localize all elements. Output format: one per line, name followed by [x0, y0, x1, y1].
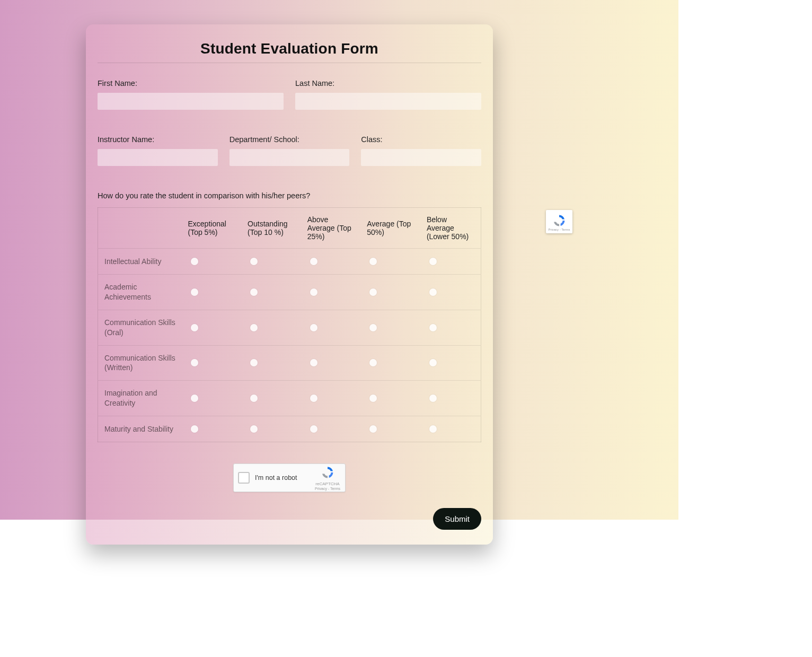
rating-radio[interactable]	[191, 288, 198, 296]
class-label: Class:	[361, 135, 481, 144]
rating-radio[interactable]	[369, 359, 377, 366]
matrix-row: Imagination and Creativity	[98, 381, 481, 416]
matrix-header-row: Exceptional (Top 5%) Outstanding (Top 10…	[98, 208, 481, 249]
matrix-row: Academic Achievements	[98, 275, 481, 310]
class-input[interactable]	[361, 149, 481, 166]
rating-radio[interactable]	[191, 324, 198, 331]
rating-radio[interactable]	[429, 288, 437, 296]
matrix-cell	[302, 381, 362, 416]
matrix-cell	[183, 416, 243, 442]
rating-radio[interactable]	[429, 359, 437, 366]
recaptcha-label: I'm not a robot	[255, 474, 314, 481]
matrix-row: Intellectual Ability	[98, 249, 481, 275]
matrix-cell	[302, 249, 362, 275]
rating-radio[interactable]	[310, 258, 317, 265]
form-card: Student Evaluation Form First Name: Last…	[86, 24, 493, 545]
matrix-cell	[242, 345, 302, 381]
matrix-cell	[242, 310, 302, 345]
row-label: Imagination and Creativity	[98, 381, 183, 416]
instructor-field: Instructor Name:	[98, 135, 218, 166]
recaptcha-icon	[321, 466, 334, 479]
col-header: Below Average (Lower 50%)	[421, 208, 481, 249]
row-label: Maturity and Stability	[98, 416, 183, 442]
instructor-input[interactable]	[98, 149, 218, 166]
rating-radio[interactable]	[310, 425, 317, 433]
col-header: Exceptional (Top 5%)	[183, 208, 243, 249]
rating-radio[interactable]	[191, 359, 198, 366]
rating-radio[interactable]	[250, 395, 258, 402]
rating-radio[interactable]	[369, 324, 377, 331]
matrix-cell	[421, 345, 481, 381]
matrix-cell	[183, 310, 243, 345]
recaptcha-links: Privacy - Terms	[314, 487, 341, 490]
matrix-cell	[421, 275, 481, 310]
recaptcha-checkbox[interactable]	[238, 472, 250, 484]
matrix-cell	[361, 345, 421, 381]
department-label: Department/ School:	[230, 135, 350, 144]
department-field: Department/ School:	[230, 135, 350, 166]
row-label: Intellectual Ability	[98, 249, 183, 275]
last-name-label: Last Name:	[295, 79, 481, 87]
rating-radio[interactable]	[250, 359, 258, 366]
instructor-row: Instructor Name: Department/ School: Cla…	[98, 135, 481, 166]
last-name-field: Last Name:	[295, 79, 481, 110]
submit-row: Submit	[98, 508, 481, 530]
matrix-cell	[361, 249, 421, 275]
matrix-cell	[302, 416, 362, 442]
rating-radio[interactable]	[369, 425, 377, 433]
submit-button[interactable]: Submit	[433, 508, 481, 530]
rating-radio[interactable]	[369, 258, 377, 265]
matrix-row: Communication Skills (Written)	[98, 345, 481, 381]
matrix-cell	[361, 381, 421, 416]
department-input[interactable]	[230, 149, 350, 166]
matrix-cell	[242, 416, 302, 442]
rating-radio[interactable]	[310, 288, 317, 296]
rating-radio[interactable]	[310, 359, 317, 366]
rating-radio[interactable]	[369, 288, 377, 296]
rating-radio[interactable]	[191, 425, 198, 433]
col-header: Above Average (Top 25%)	[302, 208, 362, 249]
recaptcha-wrap: I'm not a robot reCAPTCHA Privacy - Term…	[98, 463, 481, 492]
col-header: Outstanding (Top 10 %)	[242, 208, 302, 249]
row-label: Communication Skills (Written)	[98, 345, 183, 381]
rating-radio[interactable]	[191, 395, 198, 402]
recaptcha-icon	[552, 214, 566, 227]
rating-radio[interactable]	[429, 258, 437, 265]
first-name-input[interactable]	[98, 93, 284, 110]
recaptcha-widget[interactable]: I'm not a robot reCAPTCHA Privacy - Term…	[233, 463, 346, 492]
matrix-row: Maturity and Stability	[98, 416, 481, 442]
matrix-cell	[242, 381, 302, 416]
rating-radio[interactable]	[250, 324, 258, 331]
instructor-label: Instructor Name:	[98, 135, 218, 144]
matrix-cell	[183, 345, 243, 381]
matrix-cell	[361, 416, 421, 442]
matrix-cell	[361, 310, 421, 345]
rating-radio[interactable]	[250, 258, 258, 265]
rating-radio[interactable]	[429, 395, 437, 402]
matrix-cell	[421, 310, 481, 345]
matrix-cell	[302, 275, 362, 310]
rating-radio[interactable]	[429, 324, 437, 331]
matrix-cell	[421, 416, 481, 442]
recaptcha-badge-links: Privacy - Terms	[548, 228, 570, 231]
last-name-input[interactable]	[295, 93, 481, 110]
matrix-cell	[302, 345, 362, 381]
rating-radio[interactable]	[369, 395, 377, 402]
rating-radio[interactable]	[250, 288, 258, 296]
recaptcha-badge[interactable]: Privacy - Terms	[546, 210, 572, 233]
title-rule	[98, 63, 481, 63]
rating-radio[interactable]	[310, 395, 317, 402]
name-row: First Name: Last Name:	[98, 79, 481, 110]
recaptcha-branding: reCAPTCHA Privacy - Terms	[314, 466, 341, 490]
first-name-field: First Name:	[98, 79, 284, 110]
matrix-corner	[98, 208, 183, 249]
rating-matrix: Exceptional (Top 5%) Outstanding (Top 10…	[98, 207, 481, 442]
class-field: Class:	[361, 135, 481, 166]
matrix-cell	[302, 310, 362, 345]
rating-radio[interactable]	[250, 425, 258, 433]
matrix-cell	[421, 249, 481, 275]
rating-radio[interactable]	[310, 324, 317, 331]
rating-radio[interactable]	[191, 258, 198, 265]
first-name-label: First Name:	[98, 79, 284, 87]
rating-radio[interactable]	[429, 425, 437, 433]
